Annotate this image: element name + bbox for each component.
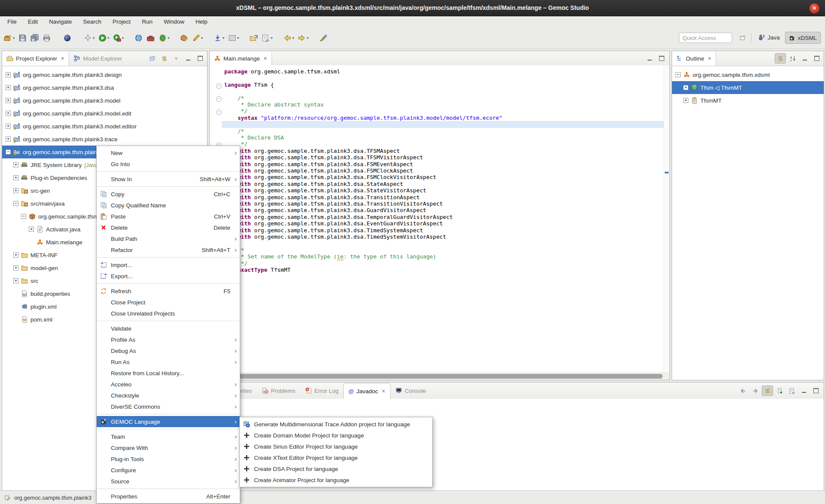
tab-problems[interactable]: Problems — [257, 383, 300, 399]
menu-item-profile-as[interactable]: Profile As› — [97, 334, 240, 345]
expander-icon[interactable]: + — [13, 188, 18, 193]
menubar-item-edit[interactable]: Edit — [22, 16, 43, 28]
menu-item-close-unrelated-projects[interactable]: Close Unrelated Projects — [97, 308, 240, 319]
menu-item-debug-as[interactable]: Debug As› — [97, 345, 240, 356]
menu-item-team[interactable]: Team› — [97, 431, 240, 442]
run-icon[interactable]: ▾ — [97, 32, 110, 43]
tree-item-org-gemoc-sample-tfsm-plaink3-model-edit[interactable]: +org.gemoc.sample.tfsm.plaink3.model.edi… — [2, 107, 207, 120]
expander-icon[interactable]: + — [683, 98, 688, 103]
tab-close-icon[interactable]: ✕ — [708, 56, 712, 61]
window-close-button[interactable]: ✕ — [809, 3, 820, 14]
tab-main-melange[interactable]: Main.melange✕ — [210, 51, 272, 66]
fold-collapse-icon[interactable]: − — [216, 83, 222, 89]
dropdown-caret-icon[interactable]: ▾ — [93, 36, 95, 40]
tree-item-org-gemoc-sample-tfsm-plaink3-dsa[interactable]: +org.gemoc.sample.tfsm.plaink3.dsa — [2, 81, 207, 94]
menu-item-plug-in-tools[interactable]: Plug-in Tools› — [97, 453, 240, 465]
expander-icon[interactable]: + — [6, 137, 11, 142]
menu-item-refresh[interactable]: RefreshF5 — [97, 285, 240, 297]
minimize-icon[interactable] — [800, 54, 810, 63]
submenu-item-create-dsa-project-for-language[interactable]: Create DSA Project for language — [240, 463, 432, 474]
pin-brush-icon[interactable] — [318, 32, 329, 43]
dropdown-caret-icon[interactable]: ▾ — [168, 36, 169, 40]
submenu-item-create-animator-project-for-language[interactable]: Create Animator Project for language — [240, 474, 432, 486]
menu-item-export[interactable]: Export... — [97, 270, 240, 282]
view-menu-icon[interactable]: ▽ — [171, 54, 181, 63]
back-history-icon[interactable]: ▾ — [282, 32, 295, 43]
menu-item-copy[interactable]: CopyCtrl+C — [97, 188, 240, 200]
tree-item-org-gemoc-sample-tfsm-plaink3-design[interactable]: +org.gemoc.sample.tfsm.plaink3.design — [2, 68, 207, 81]
menu-item-diverse-commons[interactable]: DiverSE Commons› — [97, 401, 240, 412]
tab-close-icon[interactable]: ✕ — [382, 389, 385, 394]
tab-close-icon[interactable]: ✕ — [61, 56, 64, 61]
menu-item-gemoc-language[interactable]: GEMOC Language› — [97, 416, 240, 427]
quick-access-input[interactable] — [679, 33, 732, 43]
tab-model-explorer[interactable]: Model Explorer — [69, 51, 126, 66]
dropdown-caret-icon[interactable]: ▾ — [107, 36, 109, 40]
submenu-item-create-domain-model-project-for-language[interactable]: Create Domain Model Project for language — [240, 430, 432, 441]
expander-icon[interactable]: − — [21, 214, 26, 219]
tree-item-org-gemoc-sample-tfsm-xdsml[interactable]: −org.gemoc.sample.tfsm.xdsml — [672, 68, 824, 81]
edit-pencil-icon[interactable]: ▾ — [191, 32, 204, 43]
expander-icon[interactable]: + — [13, 175, 18, 180]
menu-item-acceleo[interactable]: Acceleo› — [97, 379, 240, 390]
menubar-item-file[interactable]: File — [2, 16, 22, 28]
forward-icon[interactable] — [750, 386, 760, 395]
tab-console[interactable]: Console — [391, 383, 431, 399]
submenu-item-create-sirius-editor-project-for-language[interactable]: Create Sirius Editor Project for languag… — [240, 441, 432, 452]
menu-item-delete[interactable]: DeleteDelete — [97, 222, 240, 233]
dropdown-caret-icon[interactable]: ▾ — [13, 36, 15, 40]
link-with-editor-icon[interactable] — [775, 53, 786, 64]
menubar-item-run[interactable]: Run — [136, 16, 158, 28]
link-with-editor-icon[interactable] — [762, 386, 773, 396]
perspective-button-xdsml[interactable]: xDSML — [785, 32, 821, 44]
tree-item-tfsm-tfsmmt[interactable]: +Tfsm ◁ TfsmMT — [672, 81, 824, 94]
tree-item-tfsmmt[interactable]: +TfsmMT — [672, 94, 824, 107]
tree-item-org-gemoc-sample-tfsm-plaink3-model-editor[interactable]: +org.gemoc.sample.tfsm.plaink3.model.edi… — [2, 120, 207, 133]
minimize-icon[interactable] — [799, 386, 809, 395]
menu-item-refactor[interactable]: RefactorShift+Alt+T› — [97, 244, 240, 255]
back-icon[interactable] — [738, 386, 748, 395]
submenu-item-generate-multidimensional-trace-addon-project-for-language[interactable]: Generate Multidimensional Trace Addon pr… — [240, 419, 432, 430]
menu-item-configure[interactable]: Configure› — [97, 465, 240, 476]
expander-icon[interactable]: − — [13, 201, 18, 206]
dropdown-caret-icon[interactable]: ▾ — [223, 36, 224, 40]
maximize-icon[interactable] — [195, 54, 205, 63]
menu-item-build-path[interactable]: Build Path› — [97, 233, 240, 244]
dropdown-caret-icon[interactable]: ▾ — [122, 36, 124, 40]
collapse-all-icon[interactable] — [147, 54, 157, 63]
new-config-spark-icon[interactable]: ▾ — [82, 32, 96, 43]
menu-item-restore-from-local-history[interactable]: Restore from Local History... — [97, 367, 240, 379]
minimize-icon[interactable] — [183, 54, 193, 63]
expander-icon[interactable]: + — [13, 252, 18, 258]
dropdown-caret-icon[interactable]: ▾ — [201, 36, 203, 40]
expander-icon[interactable]: + — [6, 124, 11, 129]
scrollbar-thumb[interactable] — [211, 374, 663, 379]
menu-item-checkstyle[interactable]: Checkstyle› — [97, 390, 240, 401]
expander-icon[interactable]: + — [13, 265, 18, 270]
expander-icon[interactable]: + — [13, 278, 18, 283]
animator-toolbox-icon[interactable] — [145, 32, 156, 43]
expander-icon[interactable]: + — [6, 98, 11, 103]
skip-all-breakpoints-icon[interactable]: ▾ — [212, 32, 226, 43]
print-icon[interactable] — [41, 32, 52, 43]
dropdown-caret-icon[interactable]: ▾ — [292, 36, 294, 40]
maximize-icon[interactable] — [812, 54, 822, 63]
sort-icon[interactable] — [788, 54, 798, 63]
menu-item-paste[interactable]: PasteCtrl+V — [97, 211, 240, 222]
expander-icon[interactable]: + — [13, 162, 18, 167]
menubar-item-help[interactable]: Help — [190, 16, 213, 28]
menu-item-new[interactable]: New› — [97, 147, 240, 158]
package-edit-icon[interactable] — [179, 32, 189, 43]
link-with-editor-icon[interactable] — [159, 54, 169, 63]
menubar-item-navigate[interactable]: Navigate — [43, 16, 77, 28]
menu-item-run-as[interactable]: Run As› — [97, 356, 240, 367]
forward-history-icon[interactable]: ▾ — [296, 32, 310, 43]
external-tools-icon[interactable]: ▾ — [112, 32, 125, 43]
coverage-icon[interactable]: ▾ — [227, 32, 240, 43]
menubar-item-window[interactable]: Window — [158, 16, 190, 28]
menu-item-compare-with[interactable]: Compare With› — [97, 442, 240, 453]
menu-item-show-in[interactable]: Show InShift+Alt+W› — [97, 173, 240, 185]
open-type-icon[interactable] — [248, 32, 259, 43]
menubar-item-project[interactable]: Project — [107, 16, 136, 28]
gemoc-engine-globe-icon[interactable] — [133, 32, 144, 43]
